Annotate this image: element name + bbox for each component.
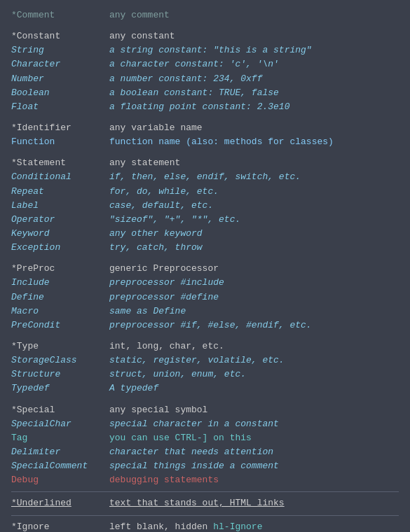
left-text-conditional: Conditional <box>11 172 71 182</box>
right-text-float: a floating point constant: 2.3e10 <box>109 102 289 112</box>
left-text-specialcomment: SpecialComment <box>11 461 88 471</box>
label-repeat: Repeat <box>11 185 109 199</box>
label-keyword: Keyword <box>11 227 109 241</box>
right-text-operator: "sizeof", "+", "*", etc. <box>109 214 240 225</box>
right-text-constant-header: any constant <box>109 31 175 41</box>
row-specialchar: SpecialCharspecial character in a consta… <box>11 417 399 431</box>
value-comment-header: any comment <box>109 8 399 22</box>
row-macro: Macrosame as Define <box>11 304 399 318</box>
label-conditional: Conditional <box>11 170 109 184</box>
label-tag: Tag <box>11 431 109 445</box>
label-underlined: *Underlined <box>11 496 109 510</box>
left-text-statement-header: *Statement <box>11 158 66 168</box>
divider-underlined <box>11 491 399 492</box>
value-specialchar: special character in a constant <box>109 417 399 431</box>
right-text-storageclass: static, register, volatile, etc. <box>109 355 285 365</box>
left-text-exception: Exception <box>11 242 60 253</box>
left-text-debug: Debug <box>11 475 39 485</box>
right-text-string: a string constant: "this is a string" <box>109 45 312 55</box>
right-text-keyword: any other keyword <box>109 228 203 239</box>
right-text-debug: debugging statements <box>109 475 219 485</box>
value-ignore: left blank, hidden hl-Ignore <box>109 520 399 533</box>
label-structure: Structure <box>11 368 109 382</box>
value-constant-header: any constant <box>109 29 399 43</box>
left-text-specialchar: SpecialChar <box>11 419 71 429</box>
value-string: a string constant: "this is a string" <box>109 43 399 57</box>
right-text-exception: try, catch, throw <box>109 242 203 253</box>
label-operator: Operator <box>11 213 109 227</box>
label-exception: Exception <box>11 241 109 255</box>
value-delimiter: character that needs attention <box>109 445 399 459</box>
value-keyword: any other keyword <box>109 227 399 241</box>
label-comment-header: *Comment <box>11 8 109 22</box>
label-function: Function <box>11 135 109 149</box>
left-text-define: Define <box>11 292 44 302</box>
left-text-float: Float <box>11 102 39 112</box>
right-text-repeat: for, do, while, etc. <box>109 186 219 197</box>
label-boolean: Boolean <box>11 86 109 100</box>
label-special-header: *Special <box>11 403 109 417</box>
right-text-precondit: preprocessor #if, #else, #endif, etc. <box>109 320 312 330</box>
value-preproc-header: generic Preprocessor <box>109 262 399 276</box>
right-text-preproc-header: generic Preprocessor <box>109 263 219 274</box>
label-type-header: *Type <box>11 340 109 354</box>
right-text-label: case, default, etc. <box>109 200 213 211</box>
left-text-special-header: *Special <box>11 405 55 415</box>
left-text-number: Number <box>11 74 44 84</box>
row-boolean: Booleana boolean constant: TRUE, false <box>11 86 399 100</box>
row-number: Numbera number constant: 234, 0xff <box>11 72 399 86</box>
row-delimiter: Delimitercharacter that needs attention <box>11 445 399 459</box>
value-debug: debugging statements <box>109 473 399 487</box>
row-ignore: *Ignore left blank, hidden hl-Ignore <box>11 520 399 533</box>
right-text-define: preprocessor #define <box>109 292 219 302</box>
left-text-label: Label <box>11 200 39 211</box>
label-number: Number <box>11 72 109 86</box>
row-repeat: Repeatfor, do, while, etc. <box>11 185 399 199</box>
label-statement-header: *Statement <box>11 156 109 170</box>
row-label: Labelcase, default, etc. <box>11 199 399 213</box>
value-label: case, default, etc. <box>109 199 399 213</box>
label-character: Character <box>11 57 109 71</box>
row-statement-header: *Statementany statement <box>11 156 399 170</box>
row-comment-header: *Commentany comment <box>11 8 399 22</box>
value-exception: try, catch, throw <box>109 241 399 255</box>
left-text-boolean: Boolean <box>11 88 50 98</box>
label-ignore: *Ignore <box>11 520 109 533</box>
left-text-string: String <box>11 45 44 55</box>
label-debug: Debug <box>11 473 109 487</box>
value-boolean: a boolean constant: TRUE, false <box>109 86 399 100</box>
ignore-right-visible: left blank, hidden <box>109 522 213 532</box>
row-character: Charactera character constant: 'c', '\n' <box>11 57 399 71</box>
right-text-macro: same as Define <box>109 306 186 316</box>
label-specialchar: SpecialChar <box>11 417 109 431</box>
label-preproc-header: *PreProc <box>11 262 109 276</box>
underlined-left-text: *Underlined <box>11 498 71 508</box>
row-keyword: Keywordany other keyword <box>11 227 399 241</box>
label-constant-header: *Constant <box>11 29 109 43</box>
value-underlined: text that stands out, HTML links <box>109 496 399 510</box>
row-float: Floata floating point constant: 2.3e10 <box>11 100 399 114</box>
left-text-keyword: Keyword <box>11 228 50 239</box>
row-underlined: *Underlined text that stands out, HTML l… <box>11 496 399 510</box>
value-typedef: A typedef <box>109 382 399 396</box>
left-text-structure: Structure <box>11 369 60 379</box>
row-structure: Structurestruct, union, enum, etc. <box>11 368 399 382</box>
left-text-operator: Operator <box>11 214 55 225</box>
value-identifier-header: any variable name <box>109 121 399 135</box>
label-label: Label <box>11 199 109 213</box>
row-preproc-header: *PreProcgeneric Preprocessor <box>11 262 399 276</box>
ignore-left-text: *Ignore <box>11 522 50 532</box>
right-text-include: preprocessor #include <box>109 277 224 288</box>
label-identifier-header: *Identifier <box>11 121 109 135</box>
left-text-preproc-header: *PreProc <box>11 263 55 274</box>
right-text-conditional: if, then, else, endif, switch, etc. <box>109 172 301 182</box>
left-text-macro: Macro <box>11 306 39 316</box>
value-precondit: preprocessor #if, #else, #endif, etc. <box>109 318 399 332</box>
value-type-header: int, long, char, etc. <box>109 340 399 354</box>
right-text-delimiter: character that needs attention <box>109 447 273 457</box>
right-text-specialcomment: special things inside a comment <box>109 461 279 471</box>
left-text-character: Character <box>11 59 60 69</box>
row-tag: Tagyou can use CTRL-] on this <box>11 431 399 445</box>
value-specialcomment: special things inside a comment <box>109 459 399 473</box>
row-function: Functionfunction name (also: methods for… <box>11 135 399 149</box>
